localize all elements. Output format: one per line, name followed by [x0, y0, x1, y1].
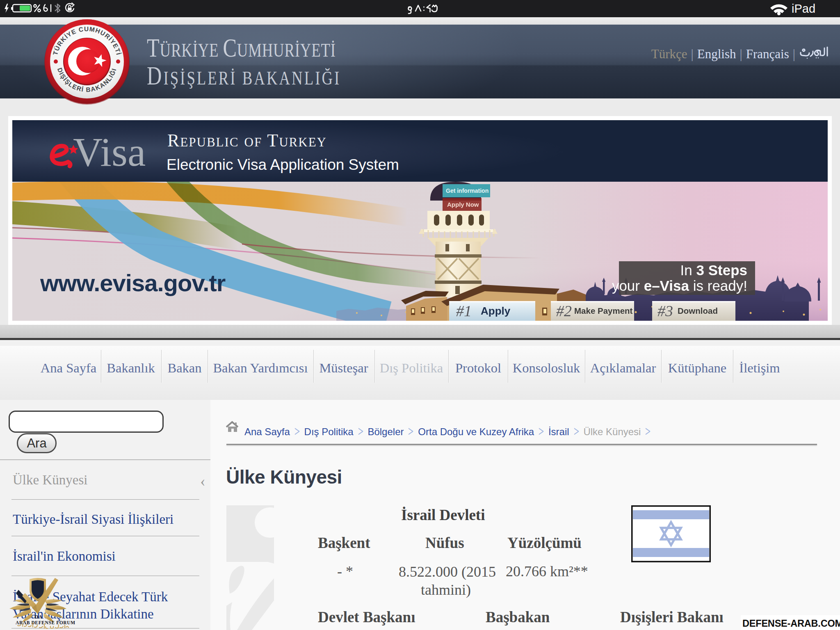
svg-text:Visa: Visa: [73, 129, 146, 175]
svg-text:#3: #3: [657, 302, 673, 320]
svg-text:#1: #1: [456, 302, 472, 320]
svg-text:DA: DA: [34, 614, 42, 620]
svg-text:Make Payment: Make Payment: [574, 306, 633, 315]
svg-text:your e–Visa is ready!: your e–Visa is ready!: [612, 278, 747, 294]
svg-text:Apply: Apply: [481, 305, 511, 317]
svg-text:In 3 Steps: In 3 Steps: [680, 262, 747, 278]
svg-text:Electronic Visa Application Sy: Electronic Visa Application System: [167, 156, 399, 173]
svg-text:iPad: iPad: [792, 2, 815, 15]
svg-text:Download: Download: [678, 306, 718, 315]
svg-text:Republic of Turkey: Republic of Turkey: [167, 130, 327, 151]
svg-text:www.evisa.gov.tr: www.evisa.gov.tr: [40, 269, 226, 296]
svg-text:#2: #2: [556, 302, 572, 320]
svg-text:ARAB DEFENSE FORUM: ARAB DEFENSE FORUM: [16, 620, 75, 625]
svg-text:Apply Now: Apply Now: [447, 201, 479, 208]
svg-text:Get information: Get information: [446, 187, 488, 194]
